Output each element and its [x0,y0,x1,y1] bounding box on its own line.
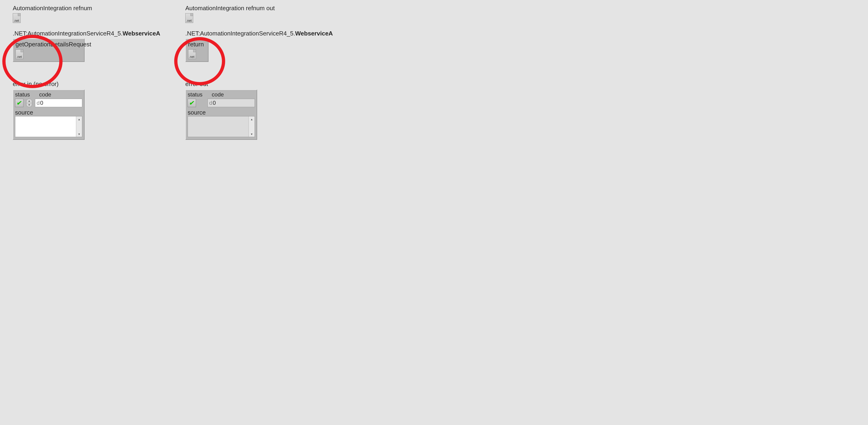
dotnet-refnum-icon[interactable]: .net [16,49,23,59]
error-source-input[interactable]: ▴ ▾ [15,116,82,137]
code-radix-icon: d [209,100,212,106]
spin-up-icon[interactable]: ▲ [26,99,32,103]
error-code-indicator: d 0 [208,99,255,107]
dotnet-type-label-left: .NET:AutomationIntegrationServiceR4_5. W… [13,30,184,37]
scrollbar[interactable]: ▴ ▾ [249,116,255,137]
right-column: AutomationIntegration refnum out .net .N… [185,5,357,140]
status-boolean-input[interactable]: ✔ [15,99,23,107]
error-in-cluster[interactable]: status code ✔ ▲ ▼ d 0 [13,89,85,140]
status-boolean-indicator: ✔ [188,99,196,107]
error-out-title: error out [185,81,357,88]
type-suffix-left: WebserviceA [123,30,160,37]
error-in-title: error in (no error) [13,81,184,88]
error-out-section: error out status code ✔ d 0 [185,81,357,140]
code-label: code [39,91,51,98]
source-label: source [15,109,82,116]
scroll-down-icon[interactable]: ▾ [78,132,80,136]
numeric-spin-buttons[interactable]: ▲ ▼ [26,99,32,107]
dotnet-refnum-icon[interactable]: .net [188,49,196,59]
code-label: code [212,91,224,98]
error-code-value: 0 [40,100,43,106]
scroll-up-icon[interactable]: ▴ [78,117,80,121]
request-cluster-caption: getOperationDetailsRequest [16,41,82,48]
dotnet-icon-text: .net [17,55,22,59]
refnum-in-label: AutomationIntegration refnum [13,5,184,12]
type-prefix-left: .NET:AutomationIntegrationServiceR4_5. [13,30,123,37]
return-cluster-caption: return [188,41,206,48]
scroll-up-icon[interactable]: ▴ [251,117,252,121]
dotnet-icon-text: .net [186,19,192,23]
error-code-input[interactable]: d 0 [35,99,82,107]
dotnet-refnum-icon[interactable]: .net [185,13,193,23]
refnum-out-label: AutomationIntegration refnum out [185,5,357,12]
spin-down-icon[interactable]: ▼ [26,103,32,107]
error-out-cluster: status code ✔ d 0 source [185,89,257,140]
scrollbar[interactable]: ▴ ▾ [76,116,82,137]
type-prefix-right: .NET:AutomationIntegrationServiceR4_5. [185,30,295,37]
dotnet-icon-text: .net [14,19,19,23]
request-cluster[interactable]: getOperationDetailsRequest .net [13,38,85,62]
check-icon: ✔ [16,100,22,107]
error-code-value: 0 [213,100,216,106]
dotnet-icon-text: .net [189,55,194,59]
error-source-indicator: ▴ ▾ [188,116,255,137]
dotnet-refnum-icon[interactable]: .net [13,13,21,23]
dotnet-type-label-right: .NET:AutomationIntegrationServiceR4_5. W… [185,30,357,37]
check-icon: ✔ [189,100,195,107]
scroll-down-icon[interactable]: ▾ [251,132,252,136]
type-suffix-right: WebserviceA [295,30,333,37]
status-label: status [15,91,30,98]
code-radix-icon: d [37,100,40,106]
source-label: source [188,109,255,116]
return-cluster[interactable]: return .net [185,38,209,62]
labview-front-panel: AutomationIntegration refnum .net .NET:A… [0,0,361,186]
status-label: status [188,91,203,98]
left-column: AutomationIntegration refnum .net .NET:A… [13,5,184,140]
error-in-section: error in (no error) status code ✔ ▲ ▼ d [13,81,184,140]
